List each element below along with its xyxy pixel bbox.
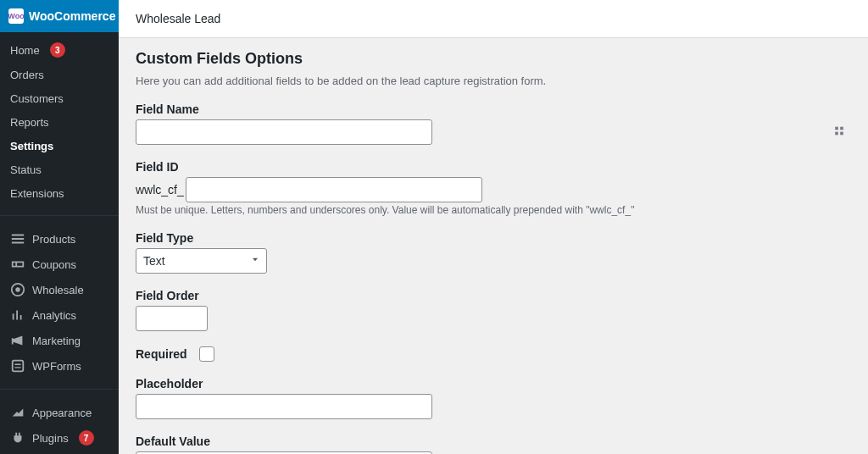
field-group-type: Field Type Text (136, 231, 851, 274)
input-wrapper (136, 119, 851, 145)
sidebar-item-label: Orders (10, 69, 44, 81)
sidebar-item-customers[interactable]: Customers (0, 86, 119, 110)
badge: 7 (79, 430, 94, 446)
products-icon (10, 231, 25, 246)
sidebar-item-label: Appearance (32, 407, 92, 419)
sidebar-item-label: Settings (10, 140, 53, 152)
sidebar-item-label: Wholesale (32, 284, 84, 296)
field-id-input[interactable] (186, 177, 482, 202)
field-order-label: Field Order (136, 289, 851, 302)
field-id-label: Field ID (136, 160, 851, 174)
field-order-input[interactable] (136, 306, 208, 331)
svg-rect-7 (840, 132, 843, 136)
svg-rect-6 (840, 127, 843, 130)
field-id-help: Must be unique. Letters, numbers and und… (136, 204, 851, 216)
section-title: Custom Fields Options (136, 50, 851, 68)
wpforms-icon (10, 358, 25, 374)
content: Custom Fields Options Here you can add a… (119, 38, 868, 454)
sidebar-item-label: Home (10, 44, 40, 57)
appearance-icon (10, 405, 25, 420)
field-group-placeholder: Placeholder (136, 377, 851, 419)
badge: 3 (50, 42, 65, 58)
svg-rect-4 (835, 127, 838, 130)
sidebar-item-coupons[interactable]: Coupons (0, 252, 119, 277)
sidebar-item-status[interactable]: Status (0, 158, 119, 181)
select-wrapper: Text (136, 248, 267, 274)
sidebar-menu-admin: Appearance Plugins 7 Users Tools (0, 395, 119, 454)
sidebar-item-label: Status (10, 163, 42, 176)
sidebar-item-analytics[interactable]: Analytics (0, 302, 119, 328)
field-group-required: Required (136, 346, 851, 362)
field-type-label: Field Type (136, 231, 851, 245)
svg-rect-2 (13, 361, 24, 372)
sidebar-item-products[interactable]: Products (0, 226, 119, 252)
svg-rect-5 (835, 132, 838, 136)
section-description: Here you can add additional fields to be… (136, 75, 851, 87)
sidebar-submenu: Home 3 Orders Customers Reports Settings… (0, 32, 119, 210)
sidebar-item-plugins[interactable]: Plugins 7 (0, 425, 119, 451)
sidebar-item-settings[interactable]: Settings (0, 134, 119, 158)
required-label: Required (136, 347, 187, 361)
field-group-order: Field Order (136, 289, 851, 331)
input-helper-icon (834, 126, 844, 139)
page-title: Wholesale Lead (136, 12, 220, 25)
sidebar-item-label: Products (32, 233, 75, 246)
sidebar-menu-commerce: Products Coupons Wholesale Analytics Mar… (0, 221, 119, 384)
analytics-icon (10, 307, 25, 323)
sidebar-item-appearance[interactable]: Appearance (0, 400, 119, 425)
field-id-row: wwlc_cf_ (136, 177, 851, 202)
default-value-label: Default Value (136, 435, 851, 448)
coupons-icon (10, 257, 25, 272)
admin-sidebar: Woo WooCommerce Home 3 Orders Customers … (0, 0, 119, 454)
main-area: Wholesale Lead Custom Fields Options Her… (119, 0, 868, 454)
sidebar-item-label: WPForms (32, 360, 81, 373)
required-checkbox[interactable] (199, 346, 214, 362)
svg-point-1 (15, 287, 19, 291)
field-id-prefix: wwlc_cf_ (136, 183, 184, 197)
field-name-label: Field Name (136, 102, 851, 116)
wholesale-icon (10, 282, 25, 297)
sidebar-item-label: Marketing (32, 335, 81, 347)
topbar: Wholesale Lead (119, 0, 868, 38)
field-type-select[interactable]: Text (136, 248, 267, 274)
sidebar-item-label: Plugins (32, 432, 69, 445)
sidebar-item-reports[interactable]: Reports (0, 110, 119, 134)
sidebar-item-wpforms[interactable]: WPForms (0, 353, 119, 379)
sidebar-header-woocommerce[interactable]: Woo WooCommerce (0, 0, 119, 32)
field-group-id: Field ID wwlc_cf_ Must be unique. Letter… (136, 160, 851, 216)
placeholder-label: Placeholder (136, 377, 851, 390)
field-name-input[interactable] (136, 119, 432, 145)
woocommerce-icon: Woo (8, 8, 24, 24)
field-group-default-value: Default Value (136, 435, 851, 454)
sidebar-item-label: Customers (10, 92, 64, 105)
separator (0, 215, 119, 216)
marketing-icon (10, 333, 25, 348)
sidebar-item-label: Coupons (32, 258, 76, 271)
sidebar-item-users[interactable]: Users (0, 451, 119, 454)
sidebar-item-label: Reports (10, 116, 49, 129)
sidebar-item-extensions[interactable]: Extensions (0, 181, 119, 205)
sidebar-item-label: Analytics (32, 309, 76, 322)
field-group-name: Field Name (136, 102, 851, 145)
separator (0, 389, 119, 390)
sidebar-item-wholesale[interactable]: Wholesale (0, 277, 119, 302)
plugins-icon (10, 430, 25, 446)
sidebar-item-orders[interactable]: Orders (0, 63, 119, 86)
sidebar-item-marketing[interactable]: Marketing (0, 328, 119, 353)
sidebar-item-label: Extensions (10, 187, 64, 200)
placeholder-input[interactable] (136, 394, 432, 419)
sidebar-header-label: WooCommerce (29, 9, 115, 23)
sidebar-item-home[interactable]: Home 3 (0, 37, 119, 63)
